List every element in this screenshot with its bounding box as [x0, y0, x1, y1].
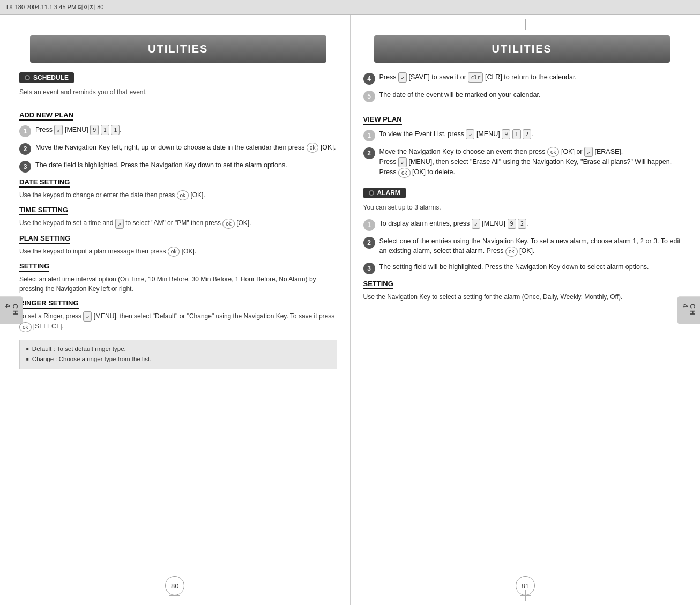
step-number-1: 1 [19, 125, 31, 137]
step-3-text: The date field is highlighted. Press the… [35, 160, 287, 170]
step-2-text: Move the Navigation Key left, right, up … [35, 143, 336, 153]
alarm-step-1: 1 To display alarm entries, press ↙ [MEN… [363, 219, 681, 231]
crosshair-top-right [520, 19, 531, 30]
schedule-subtitle: Sets an event and reminds you of that ev… [19, 88, 337, 96]
view-plan-title: VIEW PLAN [363, 115, 402, 125]
crosshair-bottom-left [169, 590, 180, 601]
step-1-text: Press ↙ [MENU] 9 1 1. [35, 125, 122, 135]
step-4-text: Press ↙ [SAVE] to save it or clr [CLR] t… [379, 72, 577, 83]
plan-setting-title: PLAN SETTING [19, 234, 70, 244]
add-new-plan-title: ADD NEW PLAN [19, 111, 73, 121]
step-number-2: 2 [19, 143, 31, 155]
time-setting-title: TIME SETTING [19, 206, 68, 215]
info-item-2: Change : Choose a ringer type from the l… [26, 354, 330, 365]
alarm-step-3: 3 The setting field will be highlighted.… [363, 262, 681, 274]
alarm-step-number-1: 1 [363, 219, 375, 231]
time-setting: TIME SETTING Use the keypad to set a tim… [19, 206, 337, 228]
alarm-step-1-text: To display alarm entries, press ↙ [MENU]… [379, 219, 528, 229]
step-2: 2 Move the Navigation Key left, right, u… [19, 143, 337, 155]
ringer-setting-text: To set a Ringer, press ↙ [MENU], then se… [19, 311, 337, 332]
step-number-5: 5 [363, 91, 375, 102]
setting-text: Select an alert time interval option (On… [19, 274, 337, 294]
alarm-subtitle: You can set up to 3 alarms. [363, 204, 681, 211]
alarm-setting: SETTING Use the Navigation Key to select… [363, 280, 681, 302]
alarm-step-3-text: The setting field will be highlighted. P… [379, 262, 649, 272]
ch-tab-left: CH4 [0, 296, 23, 324]
step-5: 5 The date of the event will be marked o… [363, 90, 681, 102]
ringer-setting-title: RINGER SETTING [19, 299, 79, 309]
time-setting-text: Use the keypad to set a time and ↗ to se… [19, 218, 337, 228]
alarm-step-number-2: 2 [363, 237, 375, 249]
date-setting: DATE SETTING Use the keypad to change or… [19, 178, 337, 200]
alarm-step-number-3: 3 [363, 263, 375, 274]
step-number-4: 4 [363, 73, 375, 85]
view-step-1-text: To view the Event List, press ↙ [MENU] 9… [379, 129, 533, 139]
setting-title: SETTING [19, 262, 49, 272]
alarm-setting-title: SETTING [363, 280, 393, 289]
alarm-setting-text: Use the Navigation Key to select a setti… [363, 292, 681, 302]
date-setting-title: DATE SETTING [19, 178, 70, 188]
info-item-1: Default : To set default ringer type. [26, 344, 330, 355]
crosshair-bottom-right [520, 590, 531, 601]
step-5-text: The date of the event will be marked on … [379, 90, 541, 100]
ringer-setting: RINGER SETTING To set a Ringer, press ↙ … [19, 299, 337, 369]
plan-setting: PLAN SETTING Use the keypad to input a p… [19, 234, 337, 257]
ch-tab-right: CH4 [677, 296, 700, 324]
alarm-badge: ALARM [363, 188, 406, 198]
alarm-step-2-text: Select one of the entries using the Navi… [379, 236, 681, 257]
left-banner: UTILITIES [30, 35, 326, 63]
view-step-number-1: 1 [363, 130, 375, 141]
crosshair-top-left [169, 19, 180, 30]
right-banner: UTILITIES [374, 35, 671, 63]
top-bar: TX-180 2004.11.1 3:45 PM 페이지 80 [0, 0, 700, 15]
step-3: 3 The date field is highlighted. Press t… [19, 160, 337, 173]
ringer-info-box: Default : To set default ringer type. Ch… [19, 340, 337, 369]
date-setting-text: Use the keypad to change or enter the da… [19, 190, 337, 200]
view-step-2-text: Move the Navigation Key to choose an eve… [379, 147, 681, 178]
schedule-badge: SCHEDULE [19, 72, 74, 83]
view-step-2: 2 Move the Navigation Key to choose an e… [363, 147, 681, 178]
step-4: 4 Press ↙ [SAVE] to save it or clr [CLR]… [363, 72, 681, 85]
alarm-step-2: 2 Select one of the entries using the Na… [363, 236, 681, 257]
step-1: 1 Press ↙ [MENU] 9 1 1. [19, 125, 337, 137]
view-step-1: 1 To view the Event List, press ↙ [MENU]… [363, 129, 681, 141]
setting-block: SETTING Select an alert time interval op… [19, 262, 337, 294]
top-bar-label: TX-180 2004.11.1 3:45 PM 페이지 80 [5, 3, 103, 11]
plan-setting-text: Use the keypad to input a plan message t… [19, 247, 337, 257]
step-number-3: 3 [19, 161, 31, 173]
view-step-number-2: 2 [363, 147, 375, 159]
